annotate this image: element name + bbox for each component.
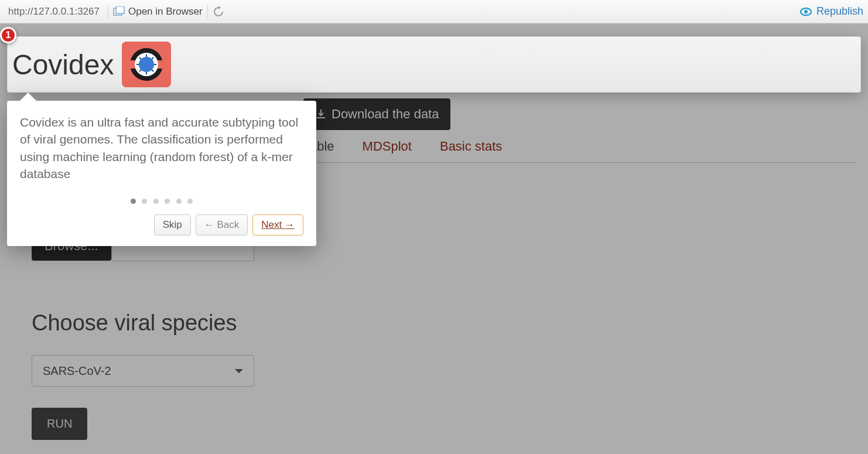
tour-step-dot[interactable] [153, 199, 159, 204]
browser-bar: http://127.0.0.1:3267 Open in Browser Re… [0, 0, 868, 23]
divider [108, 5, 108, 18]
tour-popover: Covidex is an ultra fast and accurate su… [7, 101, 316, 246]
app-area: Download the data Table MDSplot Basic st… [0, 23, 868, 454]
open-in-browser-button[interactable]: Open in Browser [113, 6, 203, 18]
app-title: Covidex [12, 49, 114, 81]
notification-badge[interactable]: 1 [0, 27, 16, 43]
svg-point-2 [804, 10, 808, 13]
url-field[interactable]: http://127.0.0.1:3267 [5, 5, 103, 19]
divider [207, 5, 208, 18]
refresh-icon [213, 6, 224, 18]
virus-logo-icon [122, 42, 171, 87]
tour-step-dot[interactable] [131, 199, 136, 204]
refresh-button[interactable] [213, 6, 224, 18]
external-browser-icon [113, 6, 125, 17]
tour-step-dot[interactable] [176, 199, 182, 204]
tour-next-button[interactable]: Next → [252, 214, 303, 235]
tour-buttons: Skip ← Back Next → [20, 214, 303, 235]
tour-text: Covidex is an ultra fast and accurate su… [20, 114, 303, 183]
tour-step-dot[interactable] [142, 199, 147, 204]
republish-icon [799, 6, 813, 17]
app-logo [122, 42, 171, 87]
tour-step-dot[interactable] [165, 199, 170, 204]
tour-back-button[interactable]: ← Back [196, 214, 248, 235]
tour-skip-button[interactable]: Skip [154, 214, 191, 235]
republish-label: Republish [816, 5, 863, 18]
svg-rect-1 [116, 6, 124, 13]
open-in-browser-label: Open in Browser [128, 6, 203, 18]
republish-button[interactable]: Republish [799, 5, 863, 18]
tour-steps-indicator [20, 196, 303, 206]
tour-step-dot[interactable] [187, 199, 193, 204]
app-header: Covidex [7, 36, 861, 93]
